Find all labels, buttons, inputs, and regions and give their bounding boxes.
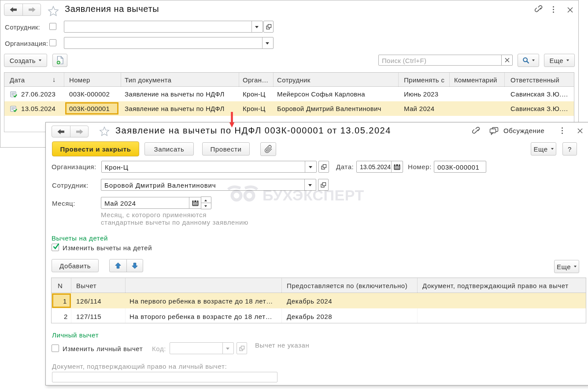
svg-text:БУХЭКСПЕРТ: БУХЭКСПЕРТ xyxy=(263,187,364,203)
